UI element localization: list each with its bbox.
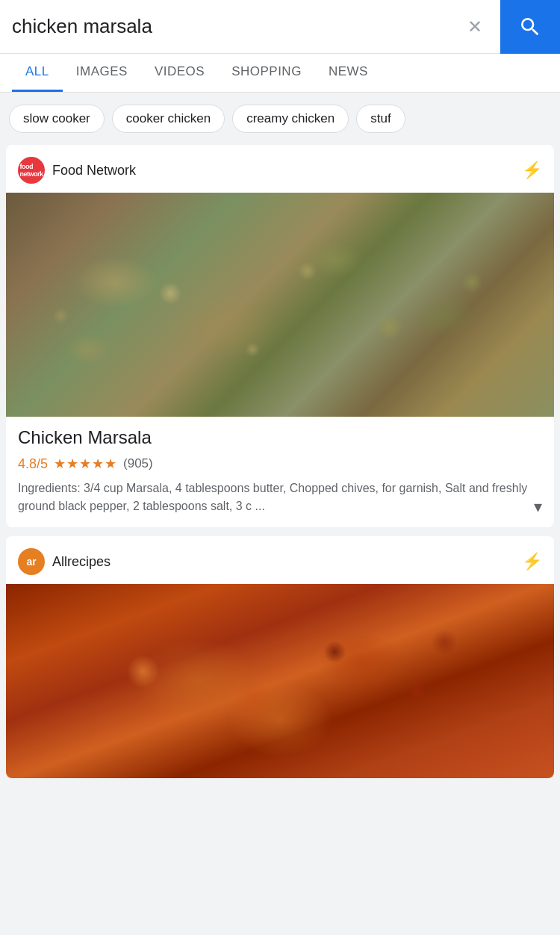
tab-news[interactable]: NEWS bbox=[315, 54, 382, 92]
result-card-food-network[interactable]: foodnetwork Food Network ⚡ Chicken Marsa… bbox=[6, 145, 554, 527]
source-logo-food-network: foodnetwork bbox=[18, 157, 45, 184]
suggestion-slow-cooker[interactable]: slow cooker bbox=[9, 105, 105, 133]
tab-videos[interactable]: VIDEOS bbox=[141, 54, 218, 92]
recipe-image-food-network bbox=[6, 193, 554, 417]
lightning-icon-allrecipes: ⚡ bbox=[522, 552, 542, 571]
card-header-food-network: foodnetwork Food Network ⚡ bbox=[6, 145, 554, 193]
search-input[interactable] bbox=[12, 15, 461, 38]
recipe-image-allrecipes bbox=[6, 584, 554, 778]
search-input-wrapper: ✕ bbox=[0, 12, 500, 42]
food-network-logo-text: foodnetwork bbox=[19, 163, 43, 178]
card-body-food-network: Chicken Marsala 4.8/5 ★★★★★ (905) Ingred… bbox=[6, 417, 554, 527]
suggestion-cooker-chicken[interactable]: cooker chicken bbox=[112, 105, 225, 133]
expand-ingredients-button[interactable]: ▾ bbox=[528, 499, 542, 515]
search-button[interactable] bbox=[500, 0, 560, 54]
rating-count: (905) bbox=[123, 456, 153, 471]
rating-score: 4.8/5 bbox=[18, 456, 48, 472]
card-header-allrecipes: ar Allrecipes ⚡ bbox=[6, 536, 554, 584]
suggestion-stuf[interactable]: stuf bbox=[356, 105, 405, 133]
tab-shopping[interactable]: SHOPPING bbox=[218, 54, 315, 92]
suggestion-creamy-chicken[interactable]: creamy chicken bbox=[232, 105, 349, 133]
result-card-allrecipes[interactable]: ar Allrecipes ⚡ bbox=[6, 536, 554, 778]
search-results: foodnetwork Food Network ⚡ Chicken Marsa… bbox=[0, 145, 560, 790]
ingredients-row: Ingredients: 3/4 cup Marsala, 4 tablespo… bbox=[18, 479, 542, 515]
source-info-allrecipes: ar Allrecipes bbox=[18, 548, 111, 575]
source-name-allrecipes: Allrecipes bbox=[52, 554, 111, 570]
recipe-title-food-network: Chicken Marsala bbox=[18, 427, 542, 448]
search-icon bbox=[518, 15, 542, 39]
rating-row-food-network: 4.8/5 ★★★★★ (905) bbox=[18, 456, 542, 472]
source-info-food-network: foodnetwork Food Network bbox=[18, 157, 136, 184]
search-bar: ✕ bbox=[0, 0, 560, 54]
search-tabs: ALL IMAGES VIDEOS SHOPPING NEWS bbox=[0, 54, 560, 93]
source-logo-allrecipes: ar bbox=[18, 548, 45, 575]
clear-button[interactable]: ✕ bbox=[461, 12, 488, 42]
tab-images[interactable]: IMAGES bbox=[63, 54, 141, 92]
tab-all[interactable]: ALL bbox=[12, 54, 63, 92]
allrecipes-logo-text: ar bbox=[26, 556, 36, 568]
suggestions-bar: slow cooker cooker chicken creamy chicke… bbox=[0, 93, 560, 145]
lightning-icon-food-network: ⚡ bbox=[522, 161, 542, 180]
source-name-food-network: Food Network bbox=[52, 163, 136, 178]
ingredients-text: Ingredients: 3/4 cup Marsala, 4 tablespo… bbox=[18, 479, 528, 515]
stars-icon: ★★★★★ bbox=[54, 456, 117, 472]
